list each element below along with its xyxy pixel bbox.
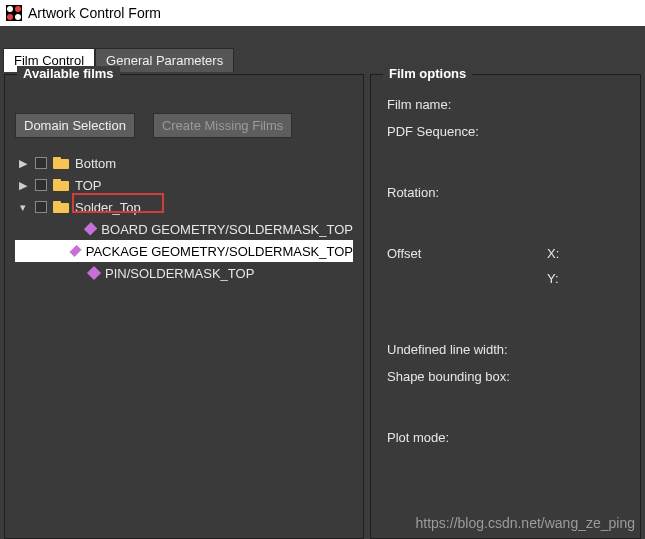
content-area: Available films Domain Selection Create … (0, 72, 645, 539)
film-options-panel: Film options Film name: PDF Sequence: Ro… (370, 74, 641, 539)
label-offset-y: Y: (547, 271, 559, 286)
tree-child-label: PACKAGE GEOMETRY/SOLDERMASK_TOP (86, 244, 353, 259)
tree-child-board-geometry[interactable]: ▶ BOARD GEOMETRY/SOLDERMASK_TOP (15, 218, 353, 240)
tree-item-top[interactable]: ▶ TOP (15, 174, 353, 196)
tree-item-label: Bottom (75, 156, 116, 171)
checkbox[interactable] (35, 179, 47, 191)
checkbox[interactable] (35, 157, 47, 169)
label-pdf-sequence: PDF Sequence: (387, 124, 624, 139)
folder-icon (53, 179, 69, 191)
menu-bar (0, 26, 645, 46)
tree-item-solder-top[interactable]: ▾ Solder_Top (15, 196, 353, 218)
tree-item-bottom[interactable]: ▶ Bottom (15, 152, 353, 174)
tree-item-label: Solder_Top (75, 200, 141, 215)
window-title: Artwork Control Form (28, 5, 161, 21)
layer-icon (70, 245, 82, 257)
layer-icon (84, 222, 98, 236)
films-button-row: Domain Selection Create Missing Films (15, 113, 353, 138)
offset-group: Offset X: Y: (387, 246, 624, 296)
folder-icon (53, 201, 69, 213)
tree-child-label: PIN/SOLDERMASK_TOP (105, 266, 254, 281)
label-offset-x: X: (547, 246, 559, 261)
label-offset: Offset (387, 246, 547, 296)
label-plot-mode: Plot mode: (387, 430, 624, 445)
film-options-body: Film name: PDF Sequence: Rotation: Offse… (381, 89, 630, 445)
films-tree[interactable]: ▶ Bottom ▶ TOP ▾ Solder_Top ▶ (15, 152, 353, 284)
tree-child-pin[interactable]: ▶ PIN/SOLDERMASK_TOP (15, 262, 353, 284)
label-undefined-line-width: Undefined line width: (387, 342, 624, 357)
tree-child-label: BOARD GEOMETRY/SOLDERMASK_TOP (101, 222, 353, 237)
title-bar: Artwork Control Form (0, 0, 645, 26)
layer-icon (87, 266, 101, 280)
create-missing-films-button: Create Missing Films (153, 113, 292, 138)
expander-icon[interactable]: ▶ (17, 179, 29, 192)
available-films-panel: Available films Domain Selection Create … (4, 74, 364, 539)
label-rotation: Rotation: (387, 185, 624, 200)
label-film-name: Film name: (387, 97, 624, 112)
expander-icon[interactable]: ▾ (17, 201, 29, 214)
film-options-legend: Film options (383, 66, 472, 81)
tree-item-label: TOP (75, 178, 102, 193)
checkbox[interactable] (35, 201, 47, 213)
expander-icon[interactable]: ▶ (17, 157, 29, 170)
domain-selection-button[interactable]: Domain Selection (15, 113, 135, 138)
available-films-legend: Available films (17, 66, 120, 81)
app-icon (6, 5, 22, 21)
tree-child-package-geometry[interactable]: ▶ PACKAGE GEOMETRY/SOLDERMASK_TOP (15, 240, 353, 262)
label-shape-bounding-box: Shape bounding box: (387, 369, 624, 384)
folder-icon (53, 157, 69, 169)
